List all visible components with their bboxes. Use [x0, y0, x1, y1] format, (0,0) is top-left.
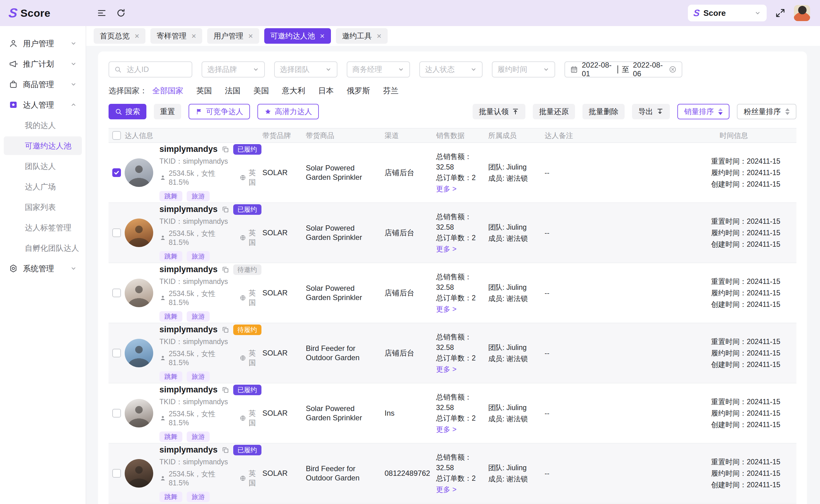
row-checkbox[interactable] [112, 228, 121, 237]
note-cell: -- [545, 409, 672, 418]
country-option-finland[interactable]: 芬兰 [383, 86, 398, 96]
tag-pill[interactable]: 跳舞 [159, 371, 182, 382]
tag-pill[interactable]: 跳舞 [159, 191, 182, 201]
sidebar-subitem-country-list[interactable]: 国家列表 [4, 198, 82, 216]
total-orders: 总订单数：2 [436, 413, 488, 423]
close-icon[interactable]: × [248, 32, 253, 40]
manager-select[interactable]: 商务经理 [347, 61, 410, 77]
fullscreen-icon[interactable] [775, 8, 785, 18]
avatar[interactable] [125, 279, 153, 307]
product-cell: Bird Feeder for Outdoor Garden [306, 464, 384, 483]
tag-pill[interactable]: 跳舞 [159, 492, 182, 502]
country-option-usa[interactable]: 美国 [253, 86, 269, 96]
tab-user-management[interactable]: 用户管理× [207, 28, 259, 44]
sales-more-link[interactable]: 更多 > [436, 244, 488, 254]
tag-pill[interactable]: 旅游 [187, 431, 210, 442]
country-option-italy[interactable]: 意大利 [282, 86, 305, 96]
row-checkbox[interactable] [112, 168, 121, 177]
tag-pill[interactable]: 跳舞 [159, 311, 182, 322]
avatar[interactable] [125, 459, 153, 488]
batch-restore-button[interactable]: 批量还原 [533, 104, 575, 119]
close-icon[interactable]: × [191, 32, 196, 40]
tag-pill[interactable]: 旅游 [187, 191, 210, 201]
avatar[interactable] [125, 399, 153, 427]
date-range-picker[interactable]: 2022-08-01 至 2022-08-06 [565, 61, 682, 77]
workspace-selector[interactable]: S Score [688, 5, 767, 21]
sidebar-subitem-influencer-tag-management[interactable]: 达人标签管理 [4, 218, 82, 237]
influencer-name: simplymandys [159, 325, 218, 334]
high-potential-button[interactable]: 高潜力达人 [257, 104, 319, 119]
tag-pill[interactable]: 跳舞 [159, 431, 182, 442]
search-input[interactable] [125, 64, 187, 74]
clear-date-icon[interactable] [669, 65, 677, 73]
total-sales: 总销售额：32.58 [436, 272, 488, 293]
collapse-sidebar-icon[interactable] [97, 8, 107, 18]
sidebar-subitem-my-influencers[interactable]: 我的达人 [4, 116, 82, 135]
sales-more-link[interactable]: 更多 > [436, 183, 488, 194]
avatar[interactable] [125, 158, 153, 187]
sidebar-item-influencer-management[interactable]: 达人管理 [4, 95, 82, 114]
chevron-down-icon [543, 66, 550, 73]
sidebar-subitem-invitable-pool[interactable]: 可邀约达人池 [4, 136, 82, 155]
sales-more-link[interactable]: 更多 > [436, 364, 488, 374]
tab-invite-tools[interactable]: 邀约工具× [336, 28, 388, 44]
row-checkbox[interactable] [112, 409, 121, 418]
tag-pill[interactable]: 跳舞 [159, 251, 182, 262]
export-button[interactable]: 导出 [632, 104, 670, 119]
row-checkbox[interactable] [112, 289, 121, 297]
tag-pill[interactable]: 旅游 [187, 311, 210, 322]
country-label: 英国 [249, 409, 262, 428]
total-orders: 总订单数：2 [436, 473, 488, 484]
close-icon[interactable]: × [320, 32, 325, 40]
sidebar-item-user-management[interactable]: 用户管理 [4, 34, 82, 53]
sidebar-item-system-management[interactable]: 系统管理 [4, 259, 82, 278]
reset-button[interactable]: 重置 [154, 104, 181, 119]
copy-icon[interactable] [221, 386, 229, 394]
copy-icon[interactable] [221, 206, 229, 214]
close-icon[interactable]: × [377, 32, 381, 40]
person-mini-icon [159, 174, 166, 181]
search-button[interactable]: 搜索 [109, 104, 146, 119]
status-select[interactable]: 达人状态 [419, 61, 483, 77]
sales-more-link[interactable]: 更多 > [436, 484, 488, 495]
avatar[interactable] [125, 219, 153, 247]
country-option-russia[interactable]: 俄罗斯 [347, 86, 370, 96]
sidebar-item-promotion-plan[interactable]: 推广计划 [4, 55, 82, 73]
sidebar-subitem-influencer-plaza[interactable]: 达人广场 [4, 177, 82, 196]
copy-icon[interactable] [221, 326, 229, 334]
tab-invitable-pool[interactable]: 可邀约达人池× [264, 28, 331, 44]
tab-home-overview[interactable]: 首页总览× [94, 28, 145, 44]
competitive-influencer-button[interactable]: 可竞争达人 [188, 104, 250, 119]
tag-pill[interactable]: 旅游 [187, 492, 210, 502]
time-type-select[interactable]: 履约时间 [492, 61, 555, 77]
sidebar-item-product-management[interactable]: 商品管理 [4, 75, 82, 94]
country-option-japan[interactable]: 日本 [318, 86, 334, 96]
batch-delete-button[interactable]: 批量删除 [583, 104, 625, 119]
country-option-france[interactable]: 法国 [225, 86, 240, 96]
sort-by-fans-button[interactable]: 粉丝量排序 [737, 104, 796, 119]
select-all-checkbox[interactable] [112, 131, 121, 140]
country-option-all[interactable]: 全部国家 [152, 86, 183, 96]
close-icon[interactable]: × [135, 32, 139, 40]
avatar[interactable] [125, 339, 153, 367]
sales-more-link[interactable]: 更多 > [436, 304, 488, 314]
tag-pill[interactable]: 旅游 [187, 371, 210, 382]
refresh-icon[interactable] [116, 8, 126, 18]
copy-icon[interactable] [221, 446, 229, 454]
sidebar-subitem-self-incubated-team[interactable]: 自孵化团队达人 [4, 239, 82, 257]
team-select[interactable]: 选择团队 [274, 61, 337, 77]
country-option-uk[interactable]: 英国 [196, 86, 212, 96]
user-avatar[interactable] [794, 5, 810, 21]
batch-claim-button[interactable]: 批量认领 [473, 104, 525, 119]
row-checkbox[interactable] [112, 349, 121, 357]
copy-icon[interactable] [221, 145, 229, 153]
row-checkbox[interactable] [112, 469, 121, 478]
tag-pill[interactable]: 旅游 [187, 251, 210, 262]
status-badge: 已履约 [233, 144, 261, 155]
tab-sample-management[interactable]: 寄样管理× [150, 28, 202, 44]
copy-icon[interactable] [221, 266, 229, 274]
brand-select[interactable]: 选择品牌 [202, 61, 265, 77]
sort-by-sales-button[interactable]: 销量排序 [677, 104, 729, 119]
sales-more-link[interactable]: 更多 > [436, 424, 488, 435]
sidebar-subitem-team-influencers[interactable]: 团队达人 [4, 157, 82, 175]
